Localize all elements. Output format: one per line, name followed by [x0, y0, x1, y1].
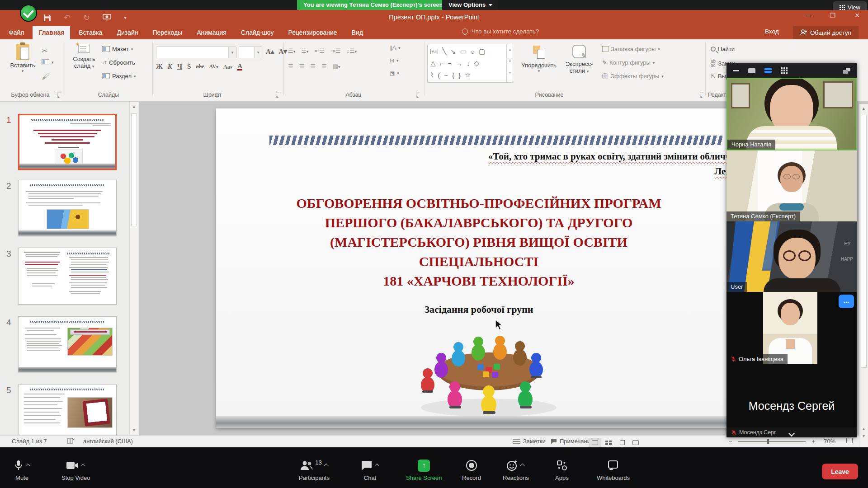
tab-home[interactable]: Главная: [33, 26, 70, 39]
chevron-up-icon[interactable]: [520, 464, 525, 469]
chat-button[interactable]: Chat: [361, 458, 379, 481]
fit-to-window-button[interactable]: [846, 438, 853, 443]
grid-view-icon[interactable]: [781, 67, 788, 74]
line-spacing-button[interactable]: ↕☰▾: [346, 47, 357, 54]
tab-transitions[interactable]: Переходы: [146, 26, 188, 39]
chevron-up-icon[interactable]: [80, 464, 85, 469]
comments-toggle[interactable]: Примечания: [551, 438, 594, 445]
thumbnails-scrollbar[interactable]: ▲ ▼: [129, 102, 138, 435]
quick-styles-button[interactable]: Экспресс- стили ▾: [561, 45, 597, 74]
section-button[interactable]: Раздел▾: [102, 73, 136, 80]
slideshow-view-button[interactable]: [629, 438, 642, 447]
video-tile[interactable]: ... Ольга Іваніщева: [726, 292, 857, 364]
font-dialog-launcher[interactable]: [276, 93, 279, 96]
strikethrough-button[interactable]: abc: [196, 63, 204, 70]
scrollbar-thumb[interactable]: [131, 113, 137, 226]
layout-button[interactable]: Макет▾: [102, 46, 133, 52]
video-tile[interactable]: Мосендз Сергей: [726, 364, 857, 427]
scroll-down-icon[interactable]: ▼: [130, 428, 138, 432]
zoom-out-button[interactable]: −: [729, 438, 732, 445]
slide-canvas[interactable]: «Той, хто тримає в руках освіту, здатний…: [216, 108, 741, 428]
collapse-panel-chevron[interactable]: [788, 430, 795, 436]
notes-toggle[interactable]: Заметки: [513, 438, 546, 445]
scroll-up-icon[interactable]: ▲: [130, 102, 138, 109]
format-painter-button[interactable]: 🖌: [42, 73, 49, 81]
zoom-in-button[interactable]: +: [812, 438, 816, 445]
columns-button[interactable]: ▥▾: [333, 63, 340, 70]
copy-button[interactable]: ▾: [42, 59, 54, 65]
convert-smartart-button[interactable]: ⬔▾: [390, 70, 399, 76]
popout-panel-icon[interactable]: [843, 68, 850, 74]
close-icon[interactable]: ✕: [854, 12, 860, 19]
gallery-strip-view-icon[interactable]: [764, 68, 772, 73]
slide-thumbnail-3[interactable]: [18, 248, 117, 305]
tab-animations[interactable]: Анимация: [191, 26, 232, 39]
text-shadow-button[interactable]: S: [187, 63, 191, 70]
video-tile[interactable]: Тетяна Семко (Експерт): [726, 150, 857, 221]
chevron-up-icon[interactable]: [324, 464, 329, 469]
bullets-button[interactable]: ☰▾: [288, 47, 295, 54]
shape-outline-button[interactable]: ✎Контур фигуры▾: [602, 59, 655, 66]
spellcheck-icon[interactable]: [67, 438, 74, 444]
redo-icon[interactable]: ↻: [83, 13, 90, 23]
video-tile[interactable]: НУ HAPP User: [726, 221, 857, 292]
apps-button[interactable]: Apps: [555, 458, 569, 481]
font-size-combo[interactable]: ▾: [239, 47, 262, 58]
cut-button[interactable]: ✂: [42, 47, 47, 55]
more-options-button[interactable]: ...: [839, 295, 854, 308]
normal-view-button[interactable]: [589, 438, 601, 447]
video-tile[interactable]: Чорна Наталія: [726, 78, 857, 150]
slide-thumbnail-5[interactable]: [18, 384, 117, 435]
language-status[interactable]: английский (США): [83, 438, 133, 445]
justify-button[interactable]: ☰: [321, 63, 327, 70]
bold-button[interactable]: Ж: [156, 63, 163, 70]
shapes-gallery[interactable]: A≡╲↘▭○▢ △⌐¬→↓◇ ⌇(~{}☆ ▴▾▿: [427, 44, 513, 83]
minimize-icon[interactable]: —: [805, 12, 811, 19]
tell-me-box[interactable]: Что вы хотите сделать?: [462, 28, 539, 35]
minimize-panel-icon[interactable]: [733, 70, 739, 71]
tab-view[interactable]: Вид: [346, 26, 369, 39]
shapes-scroll[interactable]: ▴▾▿: [506, 44, 513, 83]
new-slide-button[interactable]: ✦ Создать слайд ▾: [71, 44, 98, 69]
shrink-font-button[interactable]: A▾: [278, 47, 287, 56]
align-text-button[interactable]: ⊞▾: [390, 57, 399, 64]
start-slideshow-icon[interactable]: [103, 14, 111, 21]
previous-slide-button[interactable]: ▲: [859, 427, 868, 431]
slide-sorter-button[interactable]: [602, 438, 615, 447]
align-right-button[interactable]: ☰: [310, 63, 316, 70]
tab-design[interactable]: Дизайн: [111, 26, 144, 39]
drawing-dialog-launcher[interactable]: [700, 93, 703, 96]
change-case-button[interactable]: Aa▾: [223, 63, 232, 70]
slide-thumbnail-1[interactable]: [18, 114, 117, 170]
whiteboards-button[interactable]: Whiteboards: [597, 458, 630, 481]
decrease-indent-button[interactable]: ⇤☰: [314, 47, 325, 54]
chevron-up-icon[interactable]: [374, 464, 379, 469]
find-button[interactable]: Найти: [711, 46, 735, 52]
stop-video-button[interactable]: Stop Video: [61, 458, 90, 481]
paragraph-dialog-launcher[interactable]: [416, 93, 420, 96]
view-options-button[interactable]: View Options: [442, 0, 498, 10]
leave-button[interactable]: Leave: [822, 464, 858, 479]
reset-button[interactable]: ↺Сбросить: [102, 59, 135, 66]
italic-button[interactable]: К: [168, 63, 172, 70]
share-screen-button[interactable]: ↑ Share Screen: [406, 458, 442, 481]
clipboard-dialog-launcher[interactable]: [57, 93, 61, 96]
reactions-button[interactable]: Reactions: [503, 458, 529, 481]
shape-effects-button[interactable]: Эффекты фигуры▾: [602, 73, 664, 80]
arrange-button[interactable]: Упорядочить ▾: [521, 45, 557, 73]
restore-icon[interactable]: ❐: [830, 12, 836, 19]
font-name-combo[interactable]: ▾: [156, 47, 236, 58]
sign-in-button[interactable]: Вход: [765, 28, 779, 35]
align-left-button[interactable]: ☰: [288, 63, 293, 70]
tab-file[interactable]: Файл: [3, 26, 30, 39]
speaker-view-icon[interactable]: [748, 68, 755, 73]
slide-thumbnail-4[interactable]: [18, 316, 117, 372]
paste-button[interactable]: Вставить ▾: [6, 44, 39, 73]
share-document-button[interactable]: Общий доступ: [793, 26, 859, 39]
numbering-button[interactable]: ☱▾: [301, 47, 308, 54]
underline-button[interactable]: Ч: [177, 63, 182, 70]
zoom-slider-thumb[interactable]: [767, 439, 769, 444]
zoom-slider[interactable]: [738, 441, 806, 442]
shape-fill-button[interactable]: Заливка фигуры▾: [602, 46, 660, 52]
text-direction-button[interactable]: ∥A▾: [390, 45, 401, 51]
